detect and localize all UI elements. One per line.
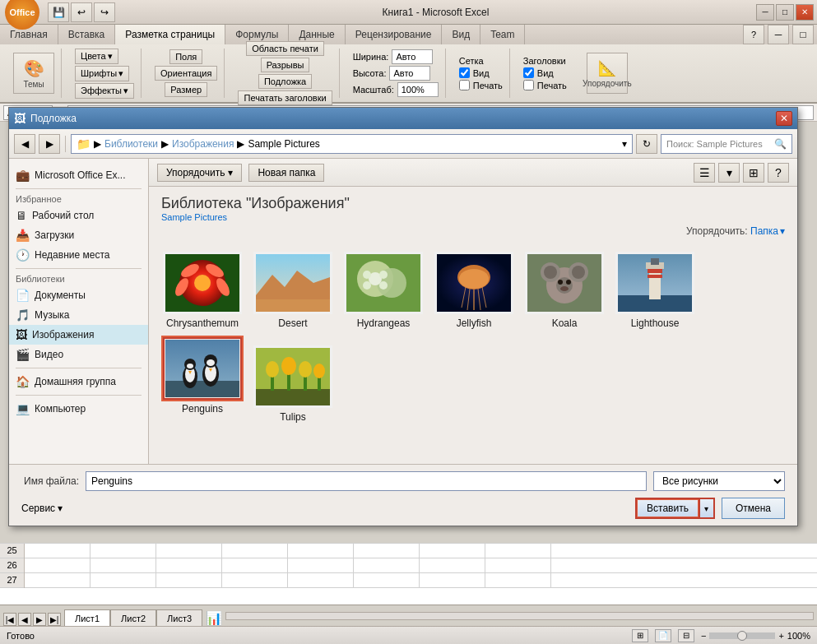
sheet-tab-2[interactable]: Лист2 bbox=[110, 609, 156, 626]
effects-button[interactable]: Эффекты ▾ bbox=[75, 83, 134, 99]
file-item-jellyfish[interactable]: Jellyfish bbox=[433, 252, 515, 329]
file-item-chrysanthemum[interactable]: Chrysanthemum bbox=[161, 252, 244, 329]
file-item-koala[interactable]: Koala bbox=[523, 252, 606, 329]
ribbon-help-btn[interactable]: ? bbox=[743, 25, 764, 44]
filetype-select[interactable]: Все рисунки bbox=[653, 471, 785, 491]
headings-print-check[interactable]: Печать bbox=[523, 80, 567, 90]
ribbon-minimize-btn[interactable]: ─ bbox=[768, 25, 789, 44]
file-item-tulips[interactable]: Tulips bbox=[252, 345, 334, 423]
colors-button[interactable]: Цвета ▾ bbox=[75, 49, 118, 64]
zoom-slider[interactable] bbox=[709, 632, 775, 639]
cell-a26[interactable] bbox=[25, 558, 91, 573]
insert-arrow-button[interactable]: ▾ bbox=[699, 498, 715, 519]
scale-input[interactable] bbox=[397, 82, 439, 97]
cell-a27[interactable] bbox=[25, 573, 91, 588]
cell-h27[interactable] bbox=[485, 573, 551, 588]
cell-e27[interactable] bbox=[288, 573, 354, 588]
cell-d25[interactable] bbox=[222, 544, 288, 558]
cell-b27[interactable] bbox=[91, 573, 156, 588]
filename-input[interactable] bbox=[86, 471, 647, 491]
sidebar-item-homegroup[interactable]: 🏠 Домашняя группа bbox=[9, 372, 148, 391]
zoom-minus[interactable]: − bbox=[701, 631, 706, 641]
background-button[interactable]: Подложка bbox=[258, 74, 312, 89]
print-area-button[interactable]: Область печати bbox=[246, 41, 324, 56]
cell-d26[interactable] bbox=[222, 558, 288, 573]
margins-button[interactable]: Поля bbox=[169, 49, 202, 64]
grid-view-check[interactable]: Вид bbox=[459, 67, 490, 78]
cell-c25[interactable] bbox=[156, 544, 222, 558]
cancel-button[interactable]: Отмена bbox=[722, 498, 785, 519]
new-folder-btn[interactable]: Новая папка bbox=[248, 164, 324, 182]
file-item-penguins[interactable]: Penguins bbox=[161, 337, 244, 423]
page-view-btn[interactable]: 📄 bbox=[655, 629, 671, 642]
view-help-btn[interactable]: ? bbox=[768, 163, 789, 183]
tab-home[interactable]: Главная bbox=[0, 25, 58, 44]
sidebar-item-downloads[interactable]: 📥 Загрузки bbox=[9, 225, 148, 245]
cell-h26[interactable] bbox=[485, 558, 551, 573]
sidebar-item-msoffice[interactable]: 💼 Microsoft Office Ex... bbox=[9, 165, 148, 185]
tab-team[interactable]: Team bbox=[480, 25, 525, 44]
cell-a25[interactable] bbox=[25, 544, 91, 558]
tab-view[interactable]: Вид bbox=[442, 25, 480, 44]
cell-b26[interactable] bbox=[91, 558, 156, 573]
cell-e25[interactable] bbox=[288, 544, 354, 558]
view-list-btn[interactable]: ☰ bbox=[694, 163, 715, 183]
insert-button[interactable]: Вставить bbox=[635, 498, 699, 519]
cell-d27[interactable] bbox=[222, 573, 288, 588]
sidebar-item-video[interactable]: 🎬 Видео bbox=[9, 345, 148, 364]
cell-g26[interactable] bbox=[420, 558, 485, 573]
maximize-btn[interactable]: □ bbox=[776, 4, 794, 21]
sheet-tab-1[interactable]: Лист1 bbox=[64, 609, 110, 626]
sidebar-item-recent[interactable]: 🕐 Недавние места bbox=[9, 245, 148, 265]
normal-view-btn[interactable]: ⊞ bbox=[632, 629, 648, 642]
sheet-scroll-next[interactable]: ▶ bbox=[33, 613, 46, 626]
cell-e26[interactable] bbox=[288, 558, 354, 573]
arrange-toolbar-btn[interactable]: Упорядочить ▾ bbox=[157, 164, 242, 182]
minimize-btn[interactable]: ─ bbox=[756, 4, 774, 21]
close-btn[interactable]: ✕ bbox=[796, 4, 814, 21]
sidebar-item-documents[interactable]: 📄 Документы bbox=[9, 285, 148, 305]
sheet-scroll-first[interactable]: |◀ bbox=[3, 613, 16, 626]
cell-c27[interactable] bbox=[156, 573, 222, 588]
new-sheet-btn[interactable]: 📊 bbox=[206, 610, 222, 626]
horizontal-scrollbar[interactable] bbox=[225, 612, 814, 620]
print-titles-button[interactable]: Печатать заголовки bbox=[238, 90, 332, 105]
sidebar-item-desktop[interactable]: 🖥 Рабочий стол bbox=[9, 206, 148, 225]
refresh-button[interactable]: ↻ bbox=[636, 134, 657, 154]
sheet-scroll-last[interactable]: ▶| bbox=[48, 613, 61, 626]
save-quick-btn[interactable]: 💾 bbox=[48, 2, 69, 22]
cell-f26[interactable] bbox=[354, 558, 420, 573]
grid-print-check[interactable]: Печать bbox=[459, 80, 503, 90]
sidebar-item-computer[interactable]: 💻 Компьютер bbox=[9, 399, 148, 419]
tab-page-layout[interactable]: Разметка страницы bbox=[115, 25, 225, 44]
forward-button[interactable]: ▶ bbox=[39, 134, 60, 154]
sheet-scroll-prev[interactable]: ◀ bbox=[18, 613, 31, 626]
fonts-button[interactable]: Шрифты ▾ bbox=[75, 66, 129, 81]
address-bar[interactable]: 📁 ▶ Библиотеки ▶ Изображения ▶ Sample Pi… bbox=[71, 134, 633, 154]
undo-quick-btn[interactable]: ↩ bbox=[71, 2, 92, 22]
view-grid-btn[interactable]: ⊞ bbox=[743, 163, 764, 183]
breaks-button[interactable]: Разрывы bbox=[261, 58, 310, 72]
cell-c26[interactable] bbox=[156, 558, 222, 573]
cell-g27[interactable] bbox=[420, 573, 485, 588]
zoom-plus[interactable]: + bbox=[778, 631, 783, 641]
view-size-btn[interactable]: ▾ bbox=[718, 163, 740, 183]
cell-g25[interactable] bbox=[420, 544, 485, 558]
ribbon-restore-btn[interactable]: □ bbox=[792, 25, 814, 44]
cell-f25[interactable] bbox=[354, 544, 420, 558]
orientation-button[interactable]: Ориентация bbox=[155, 66, 217, 81]
search-box[interactable]: Поиск: Sample Pictures 🔍 bbox=[661, 134, 792, 154]
dialog-close-button[interactable]: ✕ bbox=[776, 111, 792, 126]
file-item-hydrangeas[interactable]: Hydrangeas bbox=[342, 252, 425, 329]
sheet-tab-3[interactable]: Лист3 bbox=[156, 609, 202, 626]
size-button[interactable]: Размер bbox=[165, 82, 207, 97]
tab-review[interactable]: Рецензирование bbox=[346, 25, 443, 44]
width-input[interactable] bbox=[392, 49, 433, 64]
file-item-lighthouse[interactable]: Lighthouse bbox=[614, 252, 696, 329]
redo-quick-btn[interactable]: ↪ bbox=[94, 2, 115, 22]
themes-button[interactable]: 🎨 Темы bbox=[13, 53, 54, 94]
height-input[interactable] bbox=[389, 66, 430, 81]
library-subtitle[interactable]: Sample Pictures bbox=[161, 212, 785, 222]
cell-b25[interactable] bbox=[91, 544, 156, 558]
cell-h25[interactable] bbox=[485, 544, 551, 558]
